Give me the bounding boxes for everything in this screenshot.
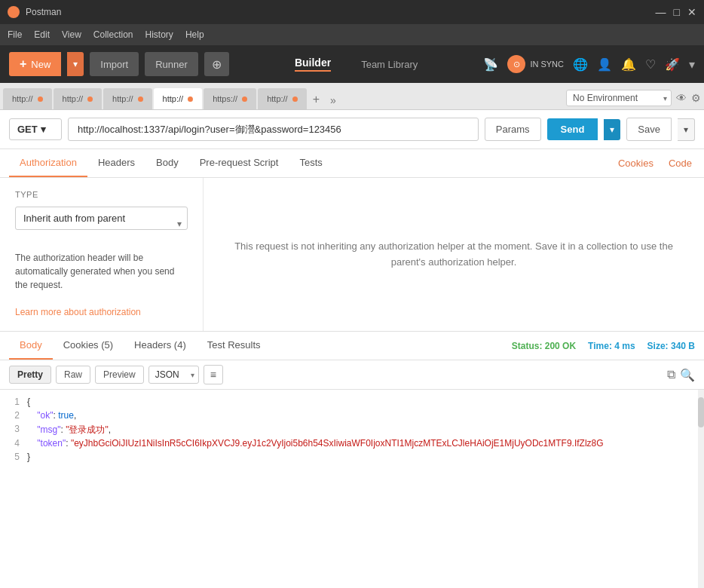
menu-help[interactable]: Help	[185, 29, 204, 40]
heart-icon[interactable]: ♡	[645, 57, 656, 72]
json-format-select[interactable]: JSON	[148, 366, 199, 384]
search-button[interactable]: 🔍	[680, 368, 695, 382]
raw-button[interactable]: Raw	[56, 366, 90, 384]
tab-4-dot	[188, 96, 193, 102]
team-library-tab[interactable]: Team Library	[361, 59, 418, 70]
send-button[interactable]: Send	[547, 118, 598, 140]
user-icon[interactable]: 👤	[597, 57, 612, 72]
add-tab-button[interactable]: +	[308, 90, 324, 109]
tab-3-label: http://	[112, 94, 133, 103]
import-button[interactable]: Import	[90, 52, 139, 76]
tab-3[interactable]: http://	[103, 88, 152, 109]
code-link[interactable]: Code	[666, 150, 695, 176]
method-select[interactable]: GET ▾	[9, 118, 62, 140]
more-tabs-button[interactable]: »	[326, 91, 341, 109]
tab-5[interactable]: https://	[204, 88, 256, 109]
builder-tab[interactable]: Builder	[295, 57, 331, 72]
main-layout: http:// http:// http:// http:// https://…	[0, 83, 704, 588]
tab-authorization[interactable]: Authorization	[9, 149, 87, 177]
params-button[interactable]: Params	[485, 118, 541, 141]
code-line-1: 1 {	[0, 396, 704, 409]
tab-body[interactable]: Body	[145, 149, 189, 177]
scrollbar[interactable]	[698, 390, 704, 588]
send-dropdown-button[interactable]: ▾	[604, 119, 620, 140]
connection-icon[interactable]: 📡	[483, 57, 498, 72]
tab-4[interactable]: http://	[154, 88, 203, 109]
environment-select[interactable]: No Environment	[566, 90, 672, 106]
runner-button[interactable]: Runner	[145, 52, 198, 76]
globe-icon[interactable]: 🌐	[573, 57, 588, 72]
settings-icon-button[interactable]: ⚙	[691, 92, 701, 104]
new-dropdown-button[interactable]: ▾	[67, 52, 84, 76]
copy-button[interactable]: ⧉	[667, 368, 675, 382]
auth-left-panel: TYPE Inherit auth from parent ▾ The auth…	[0, 178, 204, 331]
time-value: 4 ms	[614, 341, 635, 351]
maximize-button[interactable]: □	[674, 6, 680, 18]
url-input[interactable]	[68, 118, 479, 141]
tab-6[interactable]: http://	[258, 88, 307, 109]
resp-tab-tests[interactable]: Test Results	[197, 332, 271, 360]
auth-hint-text: This request is not inheriting any autho…	[234, 239, 674, 271]
more-icon[interactable]: ▾	[689, 57, 695, 72]
auth-type-select[interactable]: Inherit auth from parent	[15, 207, 188, 230]
wrap-button[interactable]: ≡	[204, 365, 223, 384]
app-title: Postman	[26, 7, 61, 17]
save-dropdown-button[interactable]: ▾	[678, 118, 695, 141]
resp-time: Time: 4 ms	[588, 341, 635, 351]
auth-select-wrapper: Inherit auth from parent ▾	[15, 207, 188, 240]
method-value: GET	[17, 124, 38, 135]
code-line-3: 3 "msg": "登录成功",	[0, 423, 704, 437]
title-bar: Postman — □ ✕	[0, 0, 704, 24]
menu-view[interactable]: View	[62, 29, 81, 40]
menu-file[interactable]: File	[8, 29, 22, 40]
tab-6-label: http://	[267, 94, 288, 103]
request-bar: GET ▾ Params Send ▾ Save ▾	[0, 110, 704, 149]
req-tab-right: Cookies Code	[615, 150, 695, 176]
tab-tests[interactable]: Tests	[289, 149, 332, 177]
tab-2[interactable]: http://	[54, 88, 103, 109]
tab-2-label: http://	[63, 94, 84, 103]
tab-1[interactable]: http://	[3, 88, 52, 109]
auth-content: TYPE Inherit auth from parent ▾ The auth…	[0, 178, 704, 332]
resp-size: Size: 340 B	[647, 341, 695, 351]
minimize-button[interactable]: —	[656, 6, 666, 18]
eye-icon-button[interactable]: 👁	[676, 92, 687, 104]
resp-tab-cookies[interactable]: Cookies (5)	[53, 332, 124, 360]
bell-icon[interactable]: 🔔	[621, 57, 636, 72]
tab-headers[interactable]: Headers	[87, 149, 145, 177]
resp-tab-body[interactable]: Body	[9, 332, 53, 360]
size-label: Size:	[647, 341, 669, 351]
new-button[interactable]: + New	[9, 52, 61, 76]
auth-right-panel: This request is not inheriting any autho…	[204, 178, 704, 331]
auth-type-label: TYPE	[15, 190, 188, 199]
tab-5-dot	[242, 96, 247, 102]
rocket-icon[interactable]: 🚀	[665, 57, 680, 72]
menu-history[interactable]: History	[145, 29, 173, 40]
tab-1-dot	[38, 96, 43, 102]
preview-button[interactable]: Preview	[95, 366, 144, 384]
resp-tab-headers[interactable]: Headers (4)	[124, 332, 197, 360]
menu-edit[interactable]: Edit	[34, 29, 50, 40]
resp-status: Status: 200 OK	[512, 341, 576, 351]
window-controls: — □ ✕	[656, 6, 696, 18]
response-area: Body Cookies (5) Headers (4) Test Result…	[0, 332, 704, 588]
toolbar-right: 📡 ⊙ IN SYNC 🌐 👤 🔔 ♡ 🚀 ▾	[483, 55, 695, 73]
learn-more-link[interactable]: Learn more about authorization	[15, 307, 141, 317]
save-button[interactable]: Save	[626, 118, 672, 141]
menu-bar: File Edit View Collection History Help	[0, 24, 704, 45]
close-button[interactable]: ✕	[687, 6, 696, 18]
code-line-5: 5 }	[0, 451, 704, 464]
cookies-link[interactable]: Cookies	[615, 150, 657, 176]
scroll-thumb	[698, 397, 704, 427]
status-value: 200 OK	[545, 341, 576, 351]
code-view: 1 { 2 "ok": true, 3 "msg": "登录成功", 4 "to…	[0, 390, 704, 588]
sync-label: IN SYNC	[530, 60, 564, 69]
response-toolbar: Pretty Raw Preview JSON ▾ ≡ ⧉ 🔍	[0, 360, 704, 390]
intercept-button[interactable]: ⊕	[204, 52, 229, 76]
title-bar-left: Postman	[8, 6, 61, 18]
sync-badge: ⊙ IN SYNC	[507, 55, 564, 73]
pretty-button[interactable]: Pretty	[9, 366, 51, 384]
tab-pre-request[interactable]: Pre-request Script	[189, 149, 289, 177]
menu-collection[interactable]: Collection	[93, 29, 133, 40]
tab-6-dot	[292, 96, 298, 102]
